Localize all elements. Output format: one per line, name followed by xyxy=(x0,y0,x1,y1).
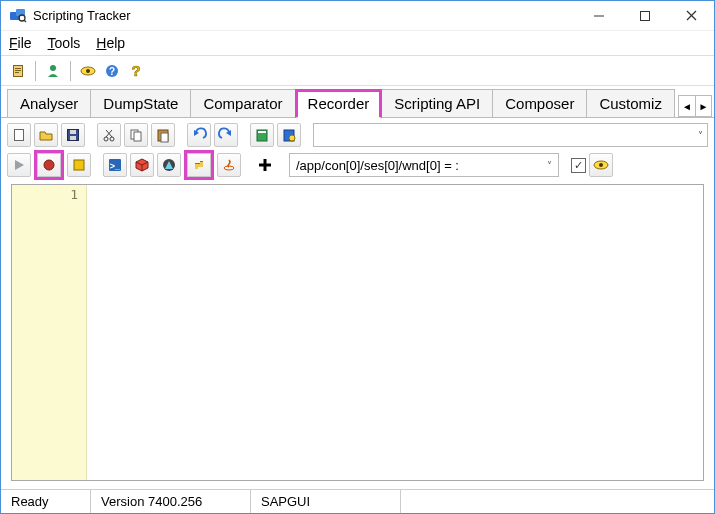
undo-icon[interactable] xyxy=(187,123,211,147)
window-title: Scripting Tracker xyxy=(33,8,131,23)
svg-rect-18 xyxy=(15,130,24,141)
svg-text:?: ? xyxy=(109,66,115,77)
path-value: /app/con[0]/ses[0]/wnd[0] = : xyxy=(296,158,459,173)
editor-area: 1 xyxy=(11,184,704,481)
titlebar: Scripting Tracker xyxy=(1,1,714,31)
menubar: File Tools Help xyxy=(1,31,714,56)
book-green-icon[interactable] xyxy=(250,123,274,147)
svg-text:>_: >_ xyxy=(110,161,121,171)
doc-icon[interactable] xyxy=(7,60,29,82)
top-toolbar: ? ? xyxy=(1,56,714,86)
close-button[interactable] xyxy=(668,1,714,31)
separator xyxy=(70,61,71,81)
cube-icon[interactable] xyxy=(130,153,154,177)
tab-customize[interactable]: Customiz xyxy=(586,89,675,117)
svg-point-23 xyxy=(110,137,114,141)
svg-rect-33 xyxy=(258,131,266,133)
svg-rect-27 xyxy=(134,132,141,141)
help-question-icon[interactable]: ? xyxy=(125,60,147,82)
toolbar-row-1: ˅ xyxy=(7,122,708,148)
paste-icon[interactable] xyxy=(151,123,175,147)
help-round-icon[interactable]: ? xyxy=(101,60,123,82)
tab-scroll-left-icon[interactable]: ◄ xyxy=(679,96,695,116)
svg-rect-20 xyxy=(70,130,76,134)
separator xyxy=(35,61,36,81)
window-controls xyxy=(576,1,714,31)
svg-point-35 xyxy=(289,135,295,141)
minimize-button[interactable] xyxy=(576,1,622,31)
tab-analyser[interactable]: Analyser xyxy=(7,89,91,117)
status-blank xyxy=(401,490,714,513)
chevron-down-icon: ˅ xyxy=(547,160,552,171)
python-icon[interactable] xyxy=(187,153,211,177)
tab-scripting-api[interactable]: Scripting API xyxy=(381,89,493,117)
user-icon[interactable] xyxy=(42,60,64,82)
recorder-checkbox[interactable]: ✓ xyxy=(571,158,586,173)
svg-marker-36 xyxy=(15,160,24,170)
svg-rect-9 xyxy=(15,68,21,69)
tab-comparator[interactable]: Comparator xyxy=(190,89,295,117)
svg-point-22 xyxy=(104,137,108,141)
svg-rect-10 xyxy=(15,70,21,71)
autoit-icon[interactable] xyxy=(157,153,181,177)
svg-rect-21 xyxy=(70,136,76,140)
editor-gutter: 1 xyxy=(12,185,87,480)
svg-point-37 xyxy=(44,160,54,170)
recorder-top-combo[interactable]: ˅ xyxy=(313,123,708,147)
tab-scroll: ◄ ► xyxy=(678,95,712,117)
new-icon[interactable] xyxy=(7,123,31,147)
status-gui: SAPGUI xyxy=(251,490,401,513)
tab-dumpstate[interactable]: DumpState xyxy=(90,89,191,117)
recorder-toolbars: ˅ >_ /app/con[0]/ses[0]/wnd[0] = : ˅ ✓ xyxy=(1,118,714,178)
svg-line-3 xyxy=(24,20,26,22)
cut-icon[interactable] xyxy=(97,123,121,147)
editor[interactable] xyxy=(87,185,703,480)
status-state: Ready xyxy=(1,490,91,513)
toolbar-row-2: >_ /app/con[0]/ses[0]/wnd[0] = : ˅ ✓ xyxy=(7,152,708,178)
path-combo[interactable]: /app/con[0]/ses[0]/wnd[0] = : ˅ xyxy=(289,153,559,177)
svg-rect-29 xyxy=(161,133,168,142)
eye-icon[interactable] xyxy=(77,60,99,82)
tab-scroll-right-icon[interactable]: ► xyxy=(695,96,711,116)
svg-rect-11 xyxy=(15,72,19,73)
status-version: Version 7400.256 xyxy=(91,490,251,513)
svg-point-49 xyxy=(599,163,603,167)
powershell-icon[interactable]: >_ xyxy=(103,153,127,177)
open-icon[interactable] xyxy=(34,123,58,147)
menu-tools[interactable]: Tools xyxy=(46,33,83,53)
play-icon[interactable] xyxy=(7,153,31,177)
redo-icon[interactable] xyxy=(214,123,238,147)
tab-recorder[interactable]: Recorder xyxy=(295,89,383,118)
svg-rect-38 xyxy=(74,160,84,170)
tabbar: Analyser DumpState Comparator Recorder S… xyxy=(1,86,714,118)
chevron-down-icon: ˅ xyxy=(698,130,703,141)
book-blue-icon[interactable] xyxy=(277,123,301,147)
line-number: 1 xyxy=(12,187,78,202)
svg-text:?: ? xyxy=(131,63,140,79)
stop-icon[interactable] xyxy=(67,153,91,177)
svg-point-12 xyxy=(50,65,56,71)
app-icon xyxy=(9,7,27,25)
menu-file[interactable]: File xyxy=(7,33,34,53)
tab-composer[interactable]: Composer xyxy=(492,89,587,117)
plus-icon[interactable] xyxy=(253,153,277,177)
save-icon[interactable] xyxy=(61,123,85,147)
copy-icon[interactable] xyxy=(124,123,148,147)
statusbar: Ready Version 7400.256 SAPGUI xyxy=(1,489,714,513)
maximize-button[interactable] xyxy=(622,1,668,31)
svg-point-14 xyxy=(86,69,90,73)
eye-icon[interactable] xyxy=(589,153,613,177)
svg-rect-5 xyxy=(641,11,650,20)
java-icon[interactable] xyxy=(217,153,241,177)
menu-help[interactable]: Help xyxy=(94,33,127,53)
record-icon[interactable] xyxy=(37,153,61,177)
